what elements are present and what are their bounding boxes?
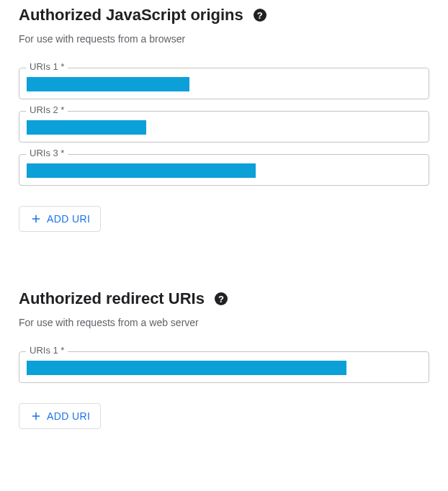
- uri-field-3: URIs 3 *: [19, 154, 429, 186]
- uri-input-1[interactable]: [19, 68, 429, 99]
- field-label: URIs 3 *: [26, 148, 68, 158]
- field-label: URIs 1 *: [26, 61, 68, 72]
- redacted-value: [27, 120, 146, 135]
- help-icon[interactable]: ?: [215, 292, 228, 305]
- help-icon[interactable]: ?: [254, 9, 266, 22]
- uri-field-1: URIs 1 *: [19, 68, 429, 99]
- js-origins-section: Authorized JavaScript origins ? For use …: [19, 6, 429, 232]
- redirect-uri-field-1: URIs 1 *: [19, 351, 429, 383]
- section-header: Authorized redirect URIs ?: [19, 289, 429, 308]
- add-uri-button[interactable]: ADD URI: [19, 206, 101, 232]
- uri-field-2: URIs 2 *: [19, 111, 429, 143]
- redirect-uri-input-1[interactable]: [19, 351, 429, 383]
- add-uri-label: ADD URI: [47, 213, 90, 225]
- plus-icon: [30, 410, 42, 423]
- plus-icon: [30, 212, 42, 225]
- redacted-value: [27, 361, 346, 375]
- section-title-redirect-uris: Authorized redirect URIs: [19, 289, 205, 308]
- field-label: URIs 2 *: [26, 104, 68, 115]
- uri-input-3[interactable]: [19, 154, 429, 186]
- uri-input-2[interactable]: [19, 111, 429, 143]
- add-uri-button[interactable]: ADD URI: [19, 403, 101, 429]
- redacted-value: [27, 77, 189, 91]
- section-header: Authorized JavaScript origins ?: [19, 6, 429, 24]
- section-description: For use with requests from a browser: [19, 33, 429, 45]
- redirect-uris-section: Authorized redirect URIs ? For use with …: [19, 289, 429, 429]
- section-description: For use with requests from a web server: [19, 317, 429, 328]
- field-label: URIs 1 *: [26, 345, 68, 356]
- add-uri-label: ADD URI: [47, 410, 90, 422]
- redacted-value: [27, 163, 256, 178]
- section-title-js-origins: Authorized JavaScript origins: [19, 6, 243, 24]
